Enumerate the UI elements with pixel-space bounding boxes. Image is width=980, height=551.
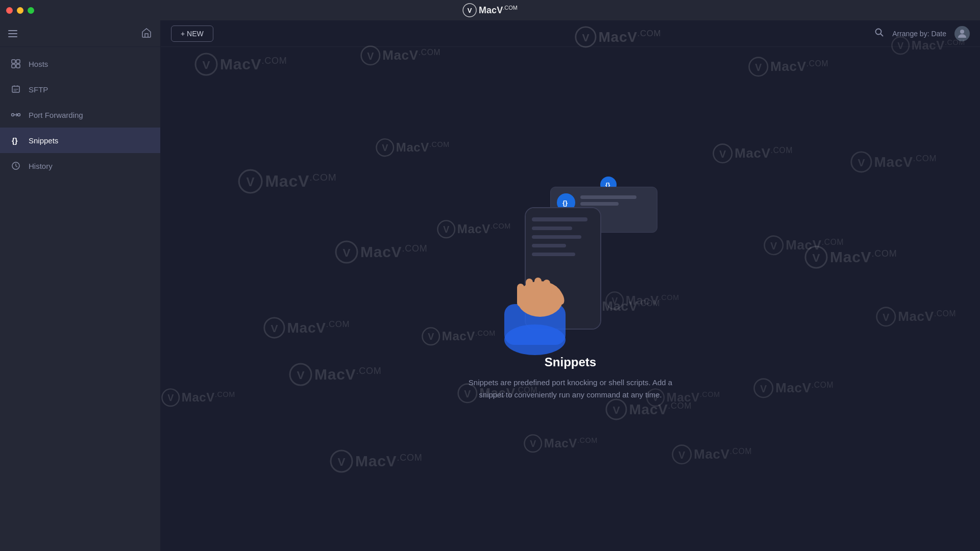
sidebar-item-snippets[interactable]: {} Snippets: [0, 128, 160, 153]
hand-svg: [489, 253, 601, 355]
history-icon: [10, 160, 21, 171]
svg-rect-75: [534, 278, 542, 303]
hosts-icon: [10, 58, 21, 69]
home-icon: [141, 27, 152, 38]
svg-text:{}: {}: [12, 136, 18, 145]
sidebar: Hosts SFTP: [0, 20, 161, 551]
snippets-icon: {}: [10, 135, 21, 146]
snippets-description: Snippets are predefined port knocking or…: [458, 377, 683, 401]
svg-rect-76: [543, 280, 550, 304]
svg-point-8: [18, 114, 20, 116]
svg-text:{}: {}: [562, 199, 568, 207]
snippets-title: Snippets: [545, 355, 596, 369]
logo-shield-icon: V: [462, 3, 477, 17]
user-avatar[interactable]: [954, 26, 970, 41]
titlebar-logo-text: MacV.COM: [479, 5, 518, 16]
sidebar-item-port-forwarding[interactable]: Port Forwarding: [0, 102, 160, 128]
maximize-button[interactable]: [28, 7, 34, 14]
sidebar-top: [0, 20, 160, 47]
arrange-label: Arrange by: Date: [892, 30, 946, 38]
svg-point-7: [12, 114, 14, 116]
svg-rect-3: [16, 60, 20, 63]
sidebar-item-history-label: History: [29, 162, 135, 170]
sidebar-item-history[interactable]: History: [0, 153, 160, 179]
svg-point-13: [960, 30, 964, 34]
sidebar-item-hosts[interactable]: Hosts: [0, 51, 160, 77]
snippet-lines: [580, 193, 651, 206]
menu-line: [8, 33, 17, 34]
new-button[interactable]: + NEW: [171, 26, 213, 42]
titlebar-logo: V MacV.COM: [462, 3, 518, 17]
snippets-illustration: {} {}: [484, 177, 657, 340]
app-body: Hosts SFTP: [0, 20, 980, 551]
port-forwarding-icon: [10, 109, 21, 120]
snippet-line: [580, 195, 636, 199]
main-content: + NEW Arrange by: Date: [161, 20, 980, 551]
sidebar-item-hosts-label: Hosts: [29, 60, 150, 68]
svg-rect-74: [526, 279, 533, 304]
svg-rect-2: [12, 60, 15, 63]
close-button[interactable]: [6, 7, 13, 14]
menu-line: [8, 30, 17, 31]
sftp-icon: [10, 84, 21, 95]
sidebar-home-button[interactable]: [141, 27, 152, 40]
center-content: {} {}: [161, 47, 980, 551]
minimize-button[interactable]: [17, 7, 23, 14]
snippet-line: [580, 202, 619, 206]
svg-text:V: V: [468, 7, 472, 14]
sidebar-nav: Hosts SFTP: [0, 47, 160, 183]
main-toolbar: + NEW Arrange by: Date: [161, 20, 980, 47]
titlebar: V MacV.COM: [0, 0, 980, 20]
svg-rect-5: [16, 64, 20, 68]
menu-line: [8, 36, 17, 37]
sidebar-item-port-forwarding-label: Port Forwarding: [29, 111, 150, 119]
svg-rect-4: [12, 64, 15, 68]
sidebar-item-sftp[interactable]: SFTP: [0, 77, 160, 102]
sidebar-item-snippets-label: Snippets: [29, 136, 150, 145]
toolbar-right: Arrange by: Date: [874, 26, 970, 41]
svg-rect-73: [517, 284, 524, 307]
sidebar-menu-button[interactable]: [8, 30, 17, 37]
sidebar-item-sftp-label: SFTP: [29, 85, 150, 94]
window-controls: [6, 7, 34, 14]
toolbar-search-button[interactable]: [874, 27, 884, 40]
svg-point-12: [876, 29, 881, 35]
